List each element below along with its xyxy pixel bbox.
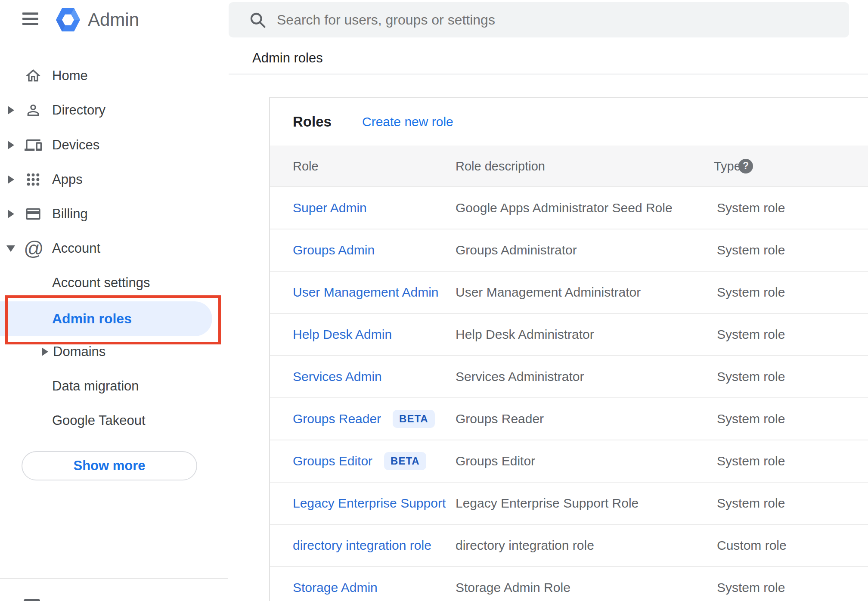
table-row: Groups Admin Groups Administrator System…	[270, 229, 868, 272]
sidebar-item-account-settings[interactable]: Account settings	[0, 266, 229, 300]
role-type-cell: System role	[717, 243, 785, 257]
role-link[interactable]: Groups Editor	[293, 454, 372, 468]
sidebar-item-directory[interactable]: Directory	[0, 93, 229, 127]
sidebar-item-admin-roles-selected[interactable]: Admin roles	[0, 301, 212, 336]
role-cell: Groups Admin	[293, 243, 375, 257]
help-icon[interactable]: ?	[738, 159, 753, 173]
role-type-cell: System role	[717, 327, 785, 342]
role-description-cell: Groups Editor	[456, 454, 535, 468]
role-link[interactable]: Super Admin	[293, 201, 367, 215]
role-type-cell: System role	[717, 580, 785, 595]
table-row: Storage Admin Storage Admin Role System …	[270, 567, 868, 601]
card-title: Roles	[293, 114, 332, 130]
sidebar-item-label: Billing	[52, 206, 88, 222]
role-link[interactable]: Legacy Enterprise Support	[293, 496, 446, 511]
column-header-description: Role description	[456, 159, 545, 173]
admin-logo-icon[interactable]	[55, 7, 81, 33]
role-type-cell: System role	[717, 201, 785, 215]
role-description-cell: Groups Reader	[456, 412, 544, 426]
expand-arrow-icon[interactable]	[8, 106, 14, 115]
role-cell: Super Admin	[293, 201, 367, 215]
home-icon	[25, 67, 42, 84]
role-link[interactable]: Groups Admin	[293, 243, 375, 257]
role-link[interactable]: User Management Admin	[293, 285, 439, 300]
sidebar-item-label: Devices	[52, 137, 99, 153]
sidebar-item-label: Domains	[53, 344, 105, 359]
role-cell: Storage Admin	[293, 580, 378, 595]
table-row: directory integration role directory int…	[270, 525, 868, 567]
role-cell: Services Admin	[293, 369, 382, 384]
person-icon	[25, 102, 42, 119]
sidebar-bottom-divider	[0, 578, 228, 579]
role-cell: Groups Reader BETA	[293, 410, 435, 428]
role-cell: Legacy Enterprise Support	[293, 496, 446, 511]
search-input[interactable]	[277, 12, 828, 28]
sidebar-item-apps[interactable]: Apps	[0, 162, 229, 197]
sidebar-item-label: Account	[52, 241, 100, 256]
role-type-cell: System role	[717, 496, 785, 511]
role-description-cell: User Management Administrator	[456, 285, 641, 300]
role-description-cell: directory integration role	[456, 538, 594, 553]
sidebar-item-google-takeout[interactable]: Google Takeout	[0, 403, 229, 438]
roles-card-header: Roles Create new role	[270, 98, 868, 146]
beta-badge: BETA	[393, 410, 435, 428]
table-row: Groups Reader BETA Groups Reader System …	[270, 398, 868, 440]
expand-arrow-icon[interactable]	[8, 175, 14, 184]
role-link[interactable]: Groups Reader	[293, 412, 381, 426]
search-icon	[248, 10, 267, 29]
sidebar-item-data-migration[interactable]: Data migration	[0, 369, 229, 403]
sidebar-item-label: Admin roles	[52, 311, 132, 327]
sidebar-item-label: Google Takeout	[52, 413, 146, 428]
table-row: User Management Admin User Management Ad…	[270, 272, 868, 314]
sidebar-item-billing[interactable]: Billing	[0, 197, 229, 231]
role-link[interactable]: Services Admin	[293, 369, 382, 384]
menu-hamburger-icon[interactable]	[22, 12, 38, 25]
role-description-cell: Google Apps Administrator Seed Role	[456, 201, 673, 215]
role-type-cell: Custom role	[717, 538, 787, 553]
credit-card-icon	[25, 205, 42, 223]
app-header: Admin	[0, 0, 229, 40]
sidebar-item-label: Directory	[52, 102, 105, 118]
expand-arrow-icon[interactable]	[8, 210, 14, 218]
expand-arrow-icon[interactable]	[42, 347, 48, 356]
column-header-role: Role	[293, 159, 319, 173]
role-description-cell: Services Administrator	[456, 369, 584, 384]
role-type-cell: System role	[717, 454, 785, 468]
table-row: Super Admin Google Apps Administrator Se…	[270, 187, 868, 229]
column-header-type: Type	[714, 159, 741, 173]
role-cell: directory integration role	[293, 538, 431, 553]
table-row: Services Admin Services Administrator Sy…	[270, 356, 868, 398]
role-description-cell: Groups Administrator	[456, 243, 577, 257]
sidebar-item-account[interactable]: @ Account	[0, 231, 229, 266]
table-row: Legacy Enterprise Support Legacy Enterpr…	[270, 483, 868, 525]
sidebar-item-home[interactable]: Home	[0, 59, 229, 93]
role-description-cell: Help Desk Administrator	[456, 327, 594, 342]
show-more-button[interactable]: Show more	[22, 451, 197, 480]
collapse-arrow-icon[interactable]	[6, 245, 15, 252]
product-title: Admin	[88, 9, 139, 30]
global-search-bar[interactable]	[229, 2, 849, 37]
roles-card: Roles Create new role Role Role descript…	[269, 97, 868, 601]
sidebar-item-domains[interactable]: Domains	[0, 335, 229, 369]
role-cell: Help Desk Admin	[293, 327, 392, 342]
sidebar-item-label: Account settings	[52, 275, 150, 291]
role-cell: User Management Admin	[293, 285, 439, 300]
role-type-cell: System role	[717, 412, 785, 426]
apps-grid-icon	[25, 171, 42, 188]
at-sign-icon: @	[24, 239, 44, 258]
role-link[interactable]: Help Desk Admin	[293, 327, 392, 342]
table-row: Groups Editor BETA Groups Editor System …	[270, 440, 868, 483]
sidebar-item-label: Home	[52, 68, 88, 84]
expand-arrow-icon[interactable]	[8, 141, 14, 149]
create-new-role-link[interactable]: Create new role	[362, 115, 453, 129]
table-header-row: Role Role description Type ?	[270, 146, 868, 187]
role-link[interactable]: directory integration role	[293, 538, 431, 553]
partial-bottom-icon	[24, 599, 40, 601]
role-description-cell: Storage Admin Role	[456, 580, 570, 595]
role-type-cell: System role	[717, 285, 785, 300]
sidebar-item-devices[interactable]: Devices	[0, 128, 229, 162]
roles-table-body: Super Admin Google Apps Administrator Se…	[270, 187, 868, 601]
role-cell: Groups Editor BETA	[293, 452, 426, 470]
role-link[interactable]: Storage Admin	[293, 580, 378, 595]
header-divider	[229, 74, 868, 74]
